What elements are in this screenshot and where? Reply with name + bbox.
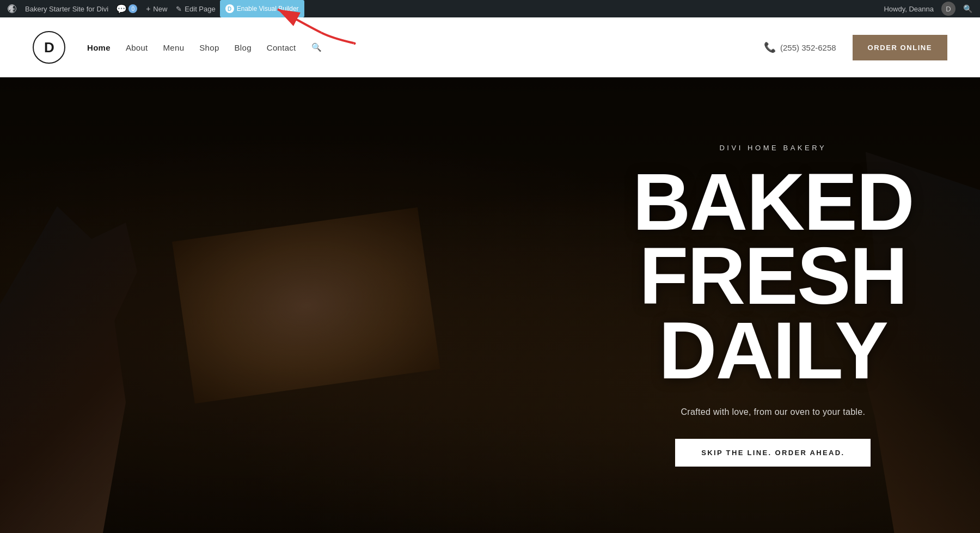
hero-title-line2: DAILY <box>659 305 887 395</box>
admin-search-icon[interactable]: 🔍 <box>959 4 977 13</box>
wp-logo-button[interactable] <box>3 0 21 17</box>
hero-subtitle: DIVI HOME BAKERY <box>588 144 958 152</box>
order-online-button[interactable]: ORDER ONLINE <box>853 35 947 60</box>
new-label: New <box>153 5 167 13</box>
enable-visual-builder-label: Enable Visual Builder <box>237 5 299 13</box>
divi-icon: D <box>225 4 234 13</box>
nav-menu[interactable]: Menu <box>163 43 185 52</box>
nav-shop[interactable]: Shop <box>199 43 219 52</box>
nav-about[interactable]: About <box>126 43 148 52</box>
main-nav: Home About Menu Shop Blog Contact 🔍 <box>87 42 764 52</box>
new-icon: + <box>146 4 150 13</box>
edit-page-button[interactable]: ✎ Edit Page <box>171 0 219 17</box>
nav-home[interactable]: Home <box>87 43 111 52</box>
admin-bar: Bakery Starter Site for Divi 💬 0 + New ✎… <box>0 0 980 17</box>
edit-page-label: Edit Page <box>185 5 215 13</box>
comment-icon: 💬 <box>117 4 126 13</box>
nav-blog[interactable]: Blog <box>235 43 252 52</box>
nav-search-icon[interactable]: 🔍 <box>311 42 322 52</box>
phone-icon: 📞 <box>764 41 776 53</box>
wordpress-icon <box>8 4 16 13</box>
hero-section: DIVI HOME BAKERY BAKED FRESH DAILY Craft… <box>0 77 980 533</box>
header-right: 📞 (255) 352-6258 ORDER ONLINE <box>764 35 947 60</box>
enable-visual-builder-button[interactable]: D Enable Visual Builder <box>220 0 304 17</box>
comments-button[interactable]: 💬 0 <box>113 0 142 17</box>
site-name-label: Bakery Starter Site for Divi <box>25 5 108 13</box>
header-phone: 📞 (255) 352-6258 <box>764 41 836 53</box>
site-logo[interactable]: D <box>33 31 65 64</box>
howdy-label: Howdy, Deanna <box>879 5 938 13</box>
site-header: D Home About Menu Shop Blog Contact 🔍 📞 … <box>0 17 980 77</box>
hero-title-line1: BAKED FRESH <box>633 157 914 321</box>
logo-circle: D <box>33 31 65 64</box>
edit-icon: ✎ <box>176 5 182 13</box>
new-content-button[interactable]: + New <box>142 0 171 17</box>
admin-bar-right: Howdy, Deanna D 🔍 <box>879 2 977 16</box>
user-avatar[interactable]: D <box>941 2 955 16</box>
site-name-button[interactable]: Bakery Starter Site for Divi <box>21 0 113 17</box>
logo-letter: D <box>44 39 54 56</box>
hero-description: Crafted with love, from our oven to your… <box>588 407 958 417</box>
phone-number: (255) 352-6258 <box>780 43 836 52</box>
avatar-initial: D <box>946 5 951 13</box>
hero-cta-button[interactable]: SKIP THE LINE. ORDER AHEAD. <box>675 439 871 467</box>
nav-contact[interactable]: Contact <box>267 43 296 52</box>
hero-content: DIVI HOME BAKERY BAKED FRESH DAILY Craft… <box>566 144 980 466</box>
comments-count: 0 <box>128 4 137 13</box>
hero-title: BAKED FRESH DAILY <box>588 165 958 387</box>
